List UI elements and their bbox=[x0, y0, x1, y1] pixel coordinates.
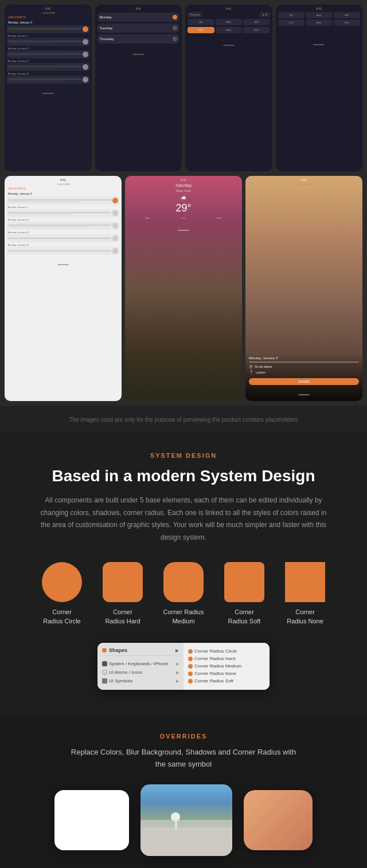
corner-item-circle: CornerRadius Circle bbox=[36, 562, 88, 626]
system-design-desc: All components are built under 5 base el… bbox=[40, 494, 327, 544]
phone-frame-4: 9:41 JUL AUG SEP OCT NOV DEC bbox=[276, 5, 363, 171]
overrides-preview-row bbox=[23, 784, 344, 856]
shapes-panel: Shapes ▶ System / Keyboards / iPhone ▶ ✓… bbox=[97, 643, 270, 690]
corner-radius-row: CornerRadius Circle CornerRadius Hard Co… bbox=[29, 562, 338, 626]
corner-item-hard: CornerRadius Hard bbox=[97, 562, 149, 626]
screenshots-row1: 9:41 ‹ CALENDAR JAN EVENTS Monday, Janua… bbox=[0, 0, 367, 176]
corner-item-medium: Corner RadiusMedium bbox=[158, 562, 209, 626]
phone-weather-full: 9:41 Saturday New York ☁️ 29° Mon Tue We… bbox=[125, 176, 242, 400]
system-design-title: Based in a modern System Design bbox=[29, 466, 338, 486]
corner-item-none: CornerRadius None bbox=[279, 562, 331, 626]
corner-item-soft: CornerRadius Soft bbox=[218, 562, 270, 626]
overrides-title: Replace Colors, Blur Background, Shadows… bbox=[69, 747, 298, 771]
override-orange-box bbox=[244, 790, 313, 850]
phone-frame-2: 9:41 Monday Tuesday Thursday bbox=[95, 5, 182, 171]
overrides-section: OVERRIDES Replace Colors, Blur Backgroun… bbox=[0, 716, 367, 868]
screenshots-row2: 9:41 ‹ CALENDAR JAN EVENTS Monday, Janua… bbox=[0, 176, 367, 405]
phone-frame-1: 9:41 ‹ CALENDAR JAN EVENTS Monday, Janua… bbox=[5, 5, 92, 171]
disclaimer: The images used are only for the purpose… bbox=[0, 406, 367, 432]
phone-frame-3: 9:41 Thursday ▲ ▼ JUL AUG SEP OCT NOV DE… bbox=[185, 5, 272, 171]
phone-calendar-light: 9:41 ‹ CALENDAR JAN EVENTS Monday, Janua… bbox=[5, 176, 122, 400]
system-design-section: SYSTEM DESIGN Based in a modern System D… bbox=[0, 432, 367, 716]
override-white-box bbox=[54, 790, 129, 850]
phone-portrait: 9:41 ‹ CALENDAR Monday, January 5 ⏱ 30 m… bbox=[245, 176, 362, 400]
system-design-tag: SYSTEM DESIGN bbox=[29, 452, 338, 459]
override-photo-box bbox=[140, 784, 232, 856]
overrides-tag: OVERRIDES bbox=[23, 733, 344, 740]
shapes-panel-header: Shapes bbox=[109, 647, 127, 653]
shapes-panel-container: Shapes ▶ System / Keyboards / iPhone ▶ ✓… bbox=[29, 643, 338, 690]
